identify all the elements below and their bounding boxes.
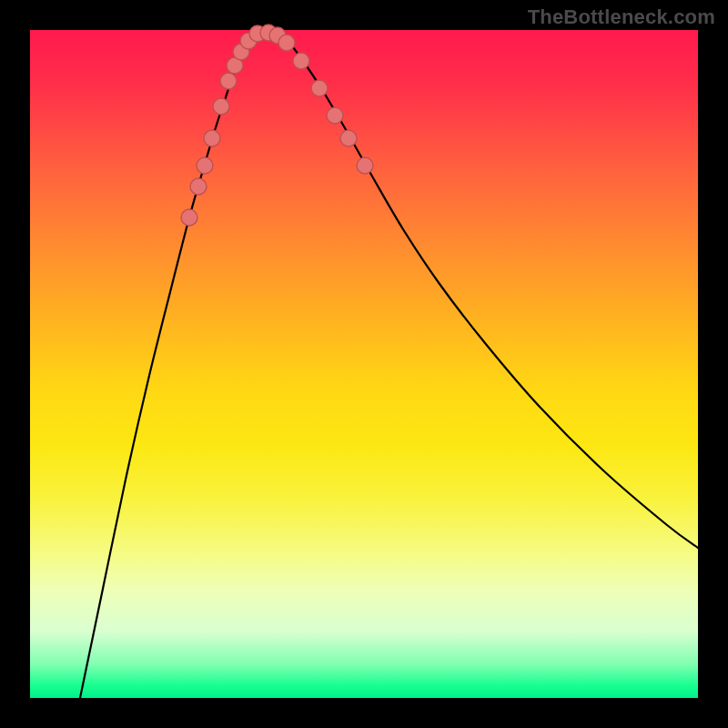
marker-dot [190,178,207,195]
bottleneck-curve [80,33,698,698]
marker-dot [327,107,343,124]
marker-dot [278,35,295,51]
marker-dot [293,53,309,69]
curve-group [80,33,698,698]
marker-dot [220,73,237,89]
marker-dot [181,209,197,226]
marker-dot [204,130,220,147]
marker-dot [213,98,229,115]
marker-dot [197,157,213,174]
watermark-text: TheBottleneck.com [528,5,715,29]
marker-dot [357,157,373,174]
marker-dot [311,80,328,96]
plot-area [30,30,698,698]
bottleneck-curve-svg [30,30,698,698]
marker-dot [340,130,357,147]
chart-frame: TheBottleneck.com [0,0,728,728]
